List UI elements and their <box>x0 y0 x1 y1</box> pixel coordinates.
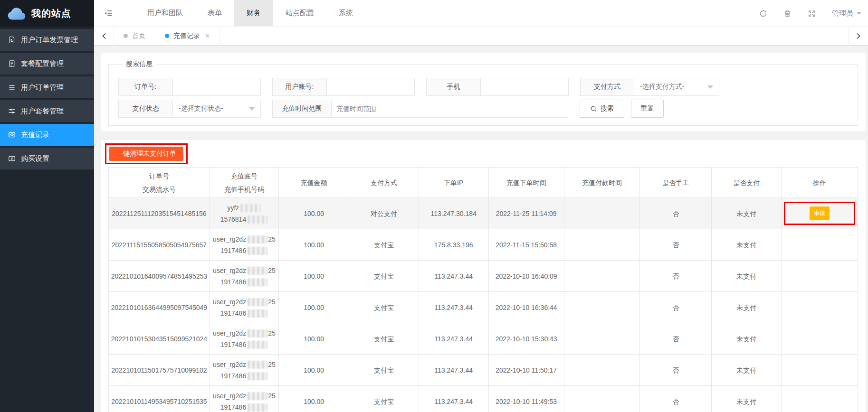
order-no-input[interactable] <box>172 78 261 96</box>
package-config-icon <box>8 60 16 67</box>
cell-account: user_rg2dz25 1917486 <box>210 292 278 323</box>
nav-finance[interactable]: 财务 <box>234 0 273 26</box>
search-row-2: 支付状态 -选择支付状态- 充值时间范围 搜索 <box>118 100 848 118</box>
time-range-input[interactable] <box>331 100 568 118</box>
search-fieldset: 搜索信息 订单号: 用户账号: 手机 支付方式 <box>108 60 858 126</box>
sidebar-item-user-order-invoice[interactable]: 用户订单发票管理 <box>0 29 94 51</box>
cell-pay-method: 支付宝 <box>349 261 419 292</box>
clear-unpaid-orders-button[interactable]: 一键清理未支付订单 <box>109 147 183 161</box>
phone-label: 手机 <box>426 78 480 96</box>
account-input[interactable] <box>326 78 415 96</box>
cell-amount: 100.00 <box>278 386 349 412</box>
cell-is-manual: 否 <box>640 386 712 412</box>
cell-pay-status: 未支付 <box>712 198 782 229</box>
fullscreen-icon[interactable] <box>808 9 816 18</box>
sidebar-item-label: 套餐配置管理 <box>21 59 64 68</box>
sidebar-item-purchase-settings[interactable]: 购买设置 <box>0 148 94 169</box>
cell-action <box>782 261 858 292</box>
redacted-blur <box>248 403 267 412</box>
account-field: 用户账号: <box>272 78 415 96</box>
cell-pay-time <box>564 198 639 229</box>
pay-method-selected-value: -选择支付方式- <box>640 83 684 91</box>
redacted-blur <box>248 235 267 243</box>
cell-pay-status: 未支付 <box>712 323 782 355</box>
cell-action <box>782 229 858 261</box>
cell-order-no: 20221010115017575710099102 <box>109 355 210 386</box>
redacted-blur <box>248 267 267 275</box>
site-title: 我的站点 <box>31 7 71 20</box>
phone-field: 手机 <box>426 78 569 96</box>
user-menu[interactable]: 管理员 <box>832 9 861 18</box>
phone-input[interactable] <box>480 78 569 96</box>
cell-pay-status: 未支付 <box>712 355 782 386</box>
time-range-label: 充值时间范围 <box>272 100 331 118</box>
pay-method-select[interactable]: -选择支付方式- <box>634 78 719 96</box>
search-button[interactable]: 搜索 <box>580 100 624 118</box>
pay-status-select[interactable]: -选择支付状态- <box>172 100 261 118</box>
tabs-scroll-left-icon[interactable] <box>94 27 114 45</box>
search-icon <box>590 105 597 112</box>
cell-order-no: 20221010163644995097545049 <box>109 292 210 323</box>
chevron-down-icon <box>707 85 713 89</box>
cell-order-time: 2022-11-15 15:50:58 <box>488 229 564 261</box>
cell-action: 审核 <box>782 198 858 229</box>
audit-button[interactable]: 审核 <box>810 206 830 220</box>
pay-status-label: 支付状态 <box>118 100 172 118</box>
tab-dot-icon <box>165 34 169 38</box>
tab-bar: 首页 充值记录 × <box>94 27 868 46</box>
table-row: 20221010114953495710251535 user_rg2dz25 … <box>109 386 858 412</box>
tab-home[interactable]: 首页 <box>114 27 155 45</box>
redacted-blur <box>248 215 267 224</box>
cell-order-time: 2022-10-10 16:40:09 <box>488 261 564 292</box>
cell-ip: 113.247.3.44 <box>419 261 488 292</box>
cell-pay-method: 支付宝 <box>349 229 419 261</box>
cell-is-manual: 否 <box>640 323 712 355</box>
nav-users-teams[interactable]: 用户和团队 <box>135 0 195 26</box>
cell-order-no: 20221010153043515099521024 <box>109 323 210 355</box>
sidebar-item-package-config[interactable]: 套餐配置管理 <box>0 53 94 75</box>
account-label: 用户账号: <box>272 78 326 96</box>
sidebar-item-user-packages[interactable]: 用户套餐管理 <box>0 100 94 122</box>
sidebar-item-label: 购买设置 <box>21 154 49 163</box>
nav-system[interactable]: 系统 <box>326 0 365 26</box>
collapse-menu-icon[interactable] <box>94 0 123 26</box>
user-menu-label: 管理员 <box>832 9 853 18</box>
header-nav: 用户和团队 表单 财务 站点配置 系统 <box>135 0 365 26</box>
cell-is-manual: 否 <box>640 355 712 386</box>
redacted-blur <box>248 298 267 306</box>
cell-is-manual: 否 <box>640 198 712 229</box>
reset-button[interactable]: 重置 <box>631 100 664 118</box>
sidebar-menu: 用户订单发票管理 套餐配置管理 用户订单管理 用户套餐管理 <box>0 27 94 169</box>
redacted-blur <box>248 361 267 369</box>
cell-order-no: 20221115155058505054975657 <box>109 229 210 261</box>
trash-icon[interactable] <box>783 9 792 18</box>
nav-forms[interactable]: 表单 <box>195 0 234 26</box>
cell-pay-method: 支付宝 <box>349 292 419 323</box>
cell-ip: 113.247.3.44 <box>419 386 488 412</box>
cell-account: user_rg2dz25 1917486 <box>210 323 278 355</box>
cell-pay-method: 支付宝 <box>349 323 419 355</box>
sidebar-item-user-orders[interactable]: 用户订单管理 <box>0 76 94 98</box>
refresh-icon[interactable] <box>759 9 767 18</box>
top-header: 用户和团队 表单 财务 站点配置 系统 管理员 <box>94 0 868 27</box>
tab-recharge-records[interactable]: 充值记录 × <box>155 27 219 45</box>
cell-is-manual: 否 <box>640 229 712 261</box>
table-row: 20221010153043515099521024 user_rg2dz25 … <box>109 323 858 355</box>
table-row: 20221010163644995097545049 user_rg2dz25 … <box>109 292 858 323</box>
chevron-down-icon <box>857 12 861 15</box>
main-content: 搜索信息 订单号: 用户账号: 手机 支付方式 <box>94 46 868 412</box>
sliders-icon <box>8 107 16 115</box>
tabs-scroll-right-icon[interactable] <box>848 27 868 45</box>
col-account: 充值账号充值手机号码 <box>210 168 278 198</box>
cell-amount: 100.00 <box>278 229 349 261</box>
close-tab-icon[interactable]: × <box>205 32 210 40</box>
tab-label: 充值记录 <box>173 32 200 40</box>
search-panel: 搜索信息 订单号: 用户账号: 手机 支付方式 <box>101 53 866 131</box>
nav-site-config[interactable]: 站点配置 <box>273 0 326 26</box>
cell-order-time: 2022-11-25 11:14:09 <box>488 198 564 229</box>
search-row-1: 订单号: 用户账号: 手机 支付方式 -选择支付方式- <box>118 78 848 96</box>
order-no-label: 订单号: <box>118 78 172 96</box>
sidebar-item-recharge-records[interactable]: 充值记录 <box>0 124 94 146</box>
cell-pay-time <box>564 355 639 386</box>
cell-pay-status: 未支付 <box>712 261 782 292</box>
